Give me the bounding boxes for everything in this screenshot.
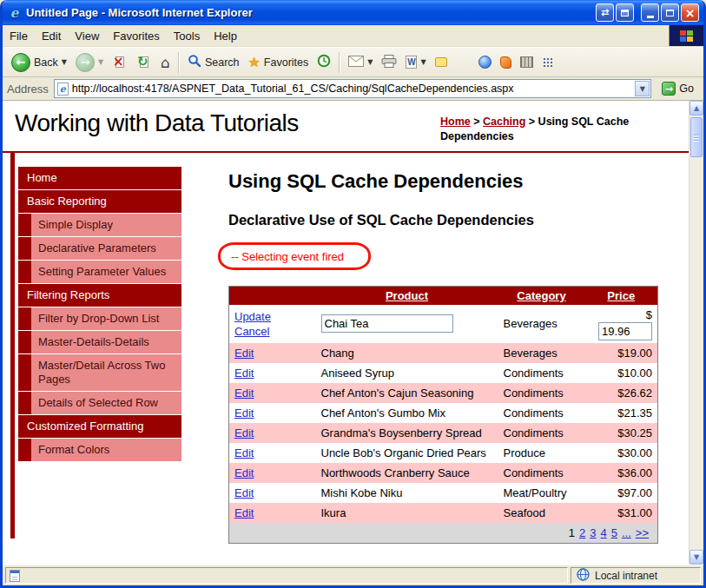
sidebar-item-details-of-selected-row[interactable]: Details of Selected Row: [18, 392, 181, 414]
sidebar-item-filter-by-drop-down-list[interactable]: Filter by Drop-Down List: [18, 307, 181, 330]
sidebar-section-basic-reporting[interactable]: Basic Reporting: [18, 190, 181, 213]
edit-link[interactable]: Edit: [234, 347, 254, 360]
edit-button[interactable]: W ▼: [401, 53, 430, 71]
vertical-scrollbar[interactable]: ▲ ▼: [689, 101, 703, 565]
minimize-button[interactable]: [641, 3, 659, 22]
document-icon: [10, 570, 20, 582]
product-cell: Uncle Bob's Organic Dried Pears: [316, 443, 498, 463]
back-button[interactable]: ← Back ▼: [7, 50, 71, 75]
home-button[interactable]: ⌂: [156, 51, 175, 74]
web-page: Working with Data Tutorials Home > Cachi…: [3, 101, 689, 565]
sidebar-item-simple-display[interactable]: Simple Display: [18, 214, 181, 236]
sidebar-item-master-details-details[interactable]: Master-Details-Details: [18, 331, 181, 353]
sidebar-item-declarative-parameters[interactable]: Declarative Parameters: [18, 237, 181, 260]
sidebar-item-setting-parameter-values[interactable]: Setting Parameter Values: [18, 261, 181, 283]
forward-button[interactable]: → ▼: [71, 50, 108, 75]
breadcrumb: Home > Caching > Using SQL Cache Depende…: [440, 115, 659, 144]
menu-favorites[interactable]: Favorites: [106, 26, 166, 46]
menu-tools[interactable]: Tools: [167, 26, 207, 46]
mail-icon: [348, 56, 364, 69]
edit-link[interactable]: Edit: [234, 367, 254, 380]
category-cell: Beverages: [498, 305, 585, 343]
pager-link[interactable]: ...: [622, 526, 631, 539]
scroll-up-button[interactable]: ▲: [690, 101, 703, 116]
sidebar-section-customized-formatting[interactable]: Customized Formatting: [18, 415, 181, 438]
close-button[interactable]: ×: [681, 3, 699, 22]
history-button[interactable]: [313, 51, 335, 73]
pager-link[interactable]: 4: [601, 526, 607, 539]
breadcrumb-home-link[interactable]: Home: [440, 116, 471, 128]
search-button[interactable]: Search: [183, 51, 244, 73]
event-message: -- Selecting event fired: [231, 250, 344, 263]
print-button[interactable]: [377, 52, 401, 73]
update-link[interactable]: Update: [234, 310, 271, 323]
scrollbar-thumb[interactable]: [690, 117, 703, 157]
research-button[interactable]: [496, 54, 516, 71]
pager-link[interactable]: 2: [579, 526, 585, 539]
pager-link[interactable]: 3: [590, 526, 596, 539]
discuss-button[interactable]: [431, 55, 452, 69]
price-sort-link[interactable]: Price: [607, 289, 635, 302]
back-dropdown-icon[interactable]: ▼: [62, 58, 67, 66]
sidebar-section-filtering-reports[interactable]: Filtering Reports: [18, 284, 181, 307]
menu-edit[interactable]: Edit: [35, 26, 68, 46]
address-input[interactable]: [72, 81, 632, 96]
product-cell: Chang: [316, 343, 498, 363]
edit-link[interactable]: Edit: [234, 466, 254, 479]
page-heading: Using SQL Cache Dependencies: [228, 170, 663, 193]
menu-view[interactable]: View: [68, 26, 106, 46]
menu-file[interactable]: File: [3, 26, 35, 46]
orange-badge-icon: [500, 56, 511, 69]
product-column-header: Product: [316, 286, 498, 305]
toolbar-separator: [339, 52, 340, 73]
menu-help[interactable]: Help: [207, 26, 244, 46]
products-grid: Product Category Price Update Cancel: [228, 286, 658, 544]
price-cell: $26.62: [585, 383, 658, 403]
edit-link[interactable]: Edit: [234, 386, 254, 400]
mail-button[interactable]: ▼: [344, 53, 377, 72]
pager-link[interactable]: 5: [611, 526, 617, 539]
go-button[interactable]: → Go: [657, 80, 699, 97]
edit-dropdown-icon[interactable]: ▼: [420, 58, 426, 66]
blue-sphere-icon: [478, 56, 492, 69]
left-stripe: [10, 153, 15, 538]
cancel-link[interactable]: Cancel: [234, 325, 269, 338]
messenger-button[interactable]: [474, 53, 496, 71]
site-title: Working with Data Tutorials: [15, 109, 299, 144]
window-arrows-button[interactable]: ⇄: [596, 3, 614, 22]
go-icon: →: [662, 82, 676, 96]
breadcrumb-caching-link[interactable]: Caching: [483, 116, 525, 128]
address-dropdown-button[interactable]: ▼: [635, 81, 650, 96]
favorites-button[interactable]: ★ Favorites: [244, 51, 313, 73]
edit-link[interactable]: Edit: [234, 486, 254, 499]
event-annotation-oval: -- Selecting event fired: [218, 242, 371, 270]
edit-link[interactable]: Edit: [234, 446, 254, 459]
price-input[interactable]: [598, 322, 652, 340]
sidebar-item-label: Master-Details-Details: [31, 331, 181, 353]
stop-button[interactable]: ×: [108, 52, 132, 73]
sidebar-item-master-detail-across-two-pages[interactable]: Master/Detail Across Two Pages: [18, 354, 181, 391]
titlebar[interactable]: e Untitled Page - Microsoft Internet Exp…: [3, 0, 703, 25]
price-edit-cell: $: [585, 305, 658, 343]
edit-link[interactable]: Edit: [234, 506, 254, 519]
edit-link[interactable]: Edit: [234, 426, 254, 439]
category-sort-link[interactable]: Category: [517, 289, 565, 302]
refresh-button[interactable]: ↻: [132, 52, 156, 73]
discuss-note-icon: [435, 57, 447, 67]
address-input-box[interactable]: e ▼: [54, 79, 652, 98]
edit-link[interactable]: Edit: [234, 406, 254, 420]
pager-link[interactable]: >>: [636, 526, 649, 539]
product-name-input[interactable]: [321, 314, 453, 333]
mail-dropdown-icon[interactable]: ▼: [367, 58, 373, 66]
tiles-button[interactable]: [538, 54, 558, 70]
sidebar-section-home[interactable]: Home: [18, 167, 181, 189]
scroll-down-button[interactable]: ▼: [690, 550, 703, 565]
category-cell: Condiments: [498, 423, 585, 443]
window-restore-small-button[interactable]: [616, 3, 634, 22]
sidebar-item-format-colors[interactable]: Format Colors: [18, 439, 181, 461]
maximize-button[interactable]: [661, 3, 679, 22]
product-sort-link[interactable]: Product: [386, 289, 428, 302]
action-column-header: [229, 286, 316, 305]
sites-button[interactable]: [516, 54, 538, 70]
scrollbar-track[interactable]: [690, 116, 703, 550]
